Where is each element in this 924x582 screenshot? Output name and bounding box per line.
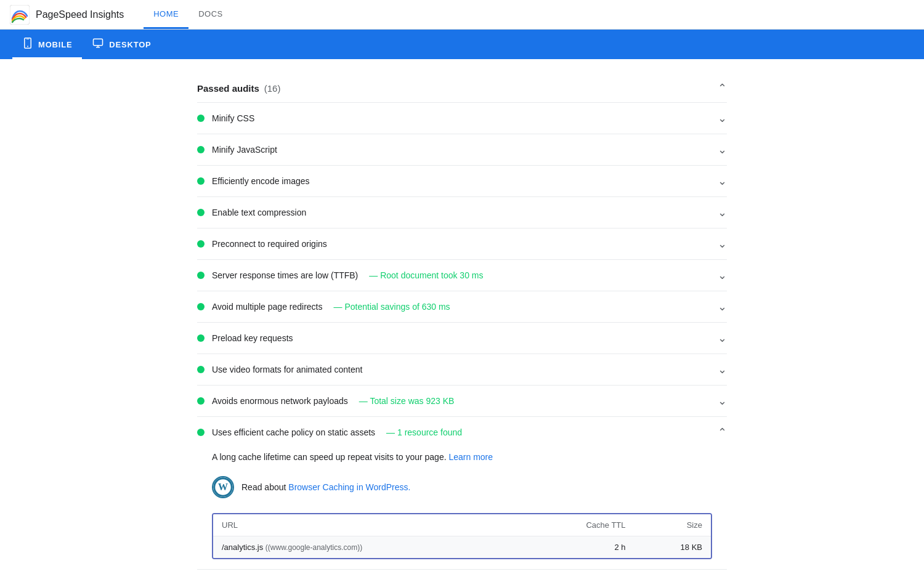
audit-label: Avoid multiple page redirects: [212, 302, 323, 312]
chevron-down-icon: ⌄: [718, 174, 727, 188]
audit-label: Minify CSS: [212, 113, 254, 123]
svg-rect-4: [94, 39, 103, 46]
svg-rect-3: [26, 39, 30, 39]
wordpress-logo: W: [212, 476, 234, 498]
pass-indicator: [197, 272, 205, 279]
audit-item-minify-js[interactable]: Minify JavaScript ⌄: [197, 134, 727, 166]
chevron-down-icon: ⌄: [718, 269, 727, 282]
audit-item-minify-css[interactable]: Minify CSS ⌄: [197, 103, 727, 134]
wordpress-link[interactable]: Browser Caching in WordPress.: [288, 482, 410, 492]
audit-label: Server response times are low (TTFB): [212, 270, 358, 280]
chevron-down-icon: ⌄: [718, 331, 727, 345]
audit-item-network-payloads[interactable]: Avoids enormous network payloads — Total…: [197, 386, 727, 417]
audit-item-encode-images[interactable]: Efficiently encode images ⌄: [197, 166, 727, 197]
chevron-up-icon: ⌃: [718, 426, 727, 439]
desktop-label: DESKTOP: [109, 40, 151, 49]
wordpress-read-text: Read about: [241, 482, 286, 492]
desktop-icon: [92, 38, 104, 51]
chevron-down-icon: ⌄: [718, 237, 727, 251]
pass-indicator: [197, 177, 205, 185]
main-content: Passed audits (16) ⌃ Minify CSS ⌄ Minify…: [185, 59, 739, 582]
cell-url: /analytics.js ((www.google-analytics.com…: [213, 536, 523, 559]
logo-area: PageSpeed Insights: [10, 5, 124, 25]
pass-indicator: [197, 429, 205, 436]
audit-description: A long cache lifetime can speed up repea…: [197, 445, 727, 471]
pass-indicator: [197, 334, 205, 342]
audit-item-video-formats[interactable]: Use video formats for animated content ⌄: [197, 354, 727, 386]
chevron-down-icon: ⌄: [718, 143, 727, 156]
learn-more-link[interactable]: Learn more: [448, 452, 493, 462]
col-cache-ttl: Cache TTL: [523, 514, 634, 536]
audit-sublabel: — 1 resource found: [386, 427, 462, 437]
col-size: Size: [634, 514, 711, 536]
audit-item-preload[interactable]: Preload key requests ⌄: [197, 323, 727, 354]
pass-indicator: [197, 240, 205, 248]
pass-indicator: [197, 397, 205, 405]
pass-indicator: [197, 209, 205, 216]
cache-policy-table-wrapper: URL Cache TTL Size: [212, 513, 712, 559]
chevron-down-icon: ⌄: [718, 111, 727, 125]
audit-label: Uses efficient cache policy on static as…: [212, 427, 375, 437]
passed-audits-header[interactable]: Passed audits (16) ⌃: [197, 74, 727, 102]
table-row: /analytics.js ((www.google-analytics.com…: [213, 536, 711, 559]
audit-sublabel: — Root document took 30 ms: [369, 270, 483, 280]
cell-size: 18 KB: [634, 536, 711, 559]
audit-list: Minify CSS ⌄ Minify JavaScript ⌄ Efficie…: [197, 102, 727, 570]
device-bar: MOBILE DESKTOP: [0, 30, 924, 59]
chevron-down-icon: ⌄: [718, 363, 727, 376]
audit-item-preconnect[interactable]: Preconnect to required origins ⌄: [197, 228, 727, 260]
svg-text:W: W: [218, 482, 228, 492]
audit-label: Efficiently encode images: [212, 176, 310, 186]
desktop-button[interactable]: DESKTOP: [82, 30, 161, 59]
pass-indicator: [197, 146, 205, 153]
top-nav: PageSpeed Insights HOME DOCS: [0, 0, 924, 30]
section-title: Passed audits (16): [197, 83, 280, 94]
chevron-down-icon: ⌄: [718, 206, 727, 219]
audit-label: Avoids enormous network payloads: [212, 396, 348, 406]
chevron-down-icon: ⌄: [718, 394, 727, 408]
cache-policy-table: URL Cache TTL Size: [213, 514, 711, 558]
audit-label: Enable text compression: [212, 208, 306, 217]
pass-indicator: [197, 115, 205, 122]
nav-tab-home[interactable]: HOME: [144, 0, 188, 29]
audit-item-ttfb[interactable]: Server response times are low (TTFB) — R…: [197, 260, 727, 291]
nav-tab-docs[interactable]: DOCS: [188, 0, 233, 29]
section-count: (16): [264, 83, 281, 94]
section-title-text: Passed audits: [197, 83, 259, 94]
cell-cache-ttl: 2 h: [523, 536, 634, 559]
mobile-label: MOBILE: [38, 40, 72, 49]
audit-expanded-header[interactable]: Uses efficient cache policy on static as…: [197, 417, 727, 445]
audit-item-cache-policy: Uses efficient cache policy on static as…: [197, 417, 727, 570]
audit-label: Preload key requests: [212, 333, 293, 343]
mobile-button[interactable]: MOBILE: [12, 30, 82, 59]
url-text: /analytics.js: [222, 543, 263, 552]
description-text: A long cache lifetime can speed up repea…: [212, 452, 447, 462]
nav-tabs: HOME DOCS: [144, 0, 233, 29]
audit-label: Minify JavaScript: [212, 145, 277, 155]
audit-label: Preconnect to required origins: [212, 239, 327, 249]
mobile-icon: [22, 38, 33, 51]
section-collapse-icon: ⌃: [718, 81, 727, 95]
col-url: URL: [213, 514, 523, 536]
audit-label: Use video formats for animated content: [212, 365, 362, 374]
svg-point-2: [27, 46, 28, 47]
chevron-down-icon: ⌄: [718, 300, 727, 313]
app-title: PageSpeed Insights: [36, 9, 124, 20]
audit-sublabel: — Total size was 923 KB: [359, 396, 455, 406]
pass-indicator: [197, 303, 205, 310]
audit-item-text-compression[interactable]: Enable text compression ⌄: [197, 197, 727, 228]
pass-indicator: [197, 366, 205, 373]
url-sub-text: ((www.google-analytics.com)): [265, 543, 362, 552]
pagespeed-logo: [10, 5, 30, 25]
audit-item-redirects[interactable]: Avoid multiple page redirects — Potentia…: [197, 291, 727, 323]
audit-sublabel: — Potential savings of 630 ms: [334, 302, 450, 312]
wordpress-row: W Read about Browser Caching in WordPres…: [197, 471, 727, 506]
